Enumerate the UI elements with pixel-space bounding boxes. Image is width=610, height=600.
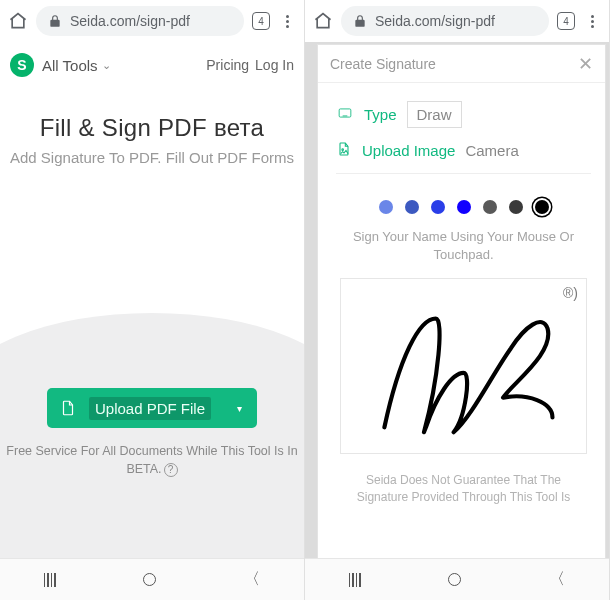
url-text: Seida.com/sign-pdf [70,13,190,29]
url-bar[interactable]: Seida.com/sign-pdf [36,6,244,36]
nav-back-icon[interactable]: 〈 [549,569,565,590]
overflow-menu-icon[interactable] [583,15,601,28]
signature-instruction: Sign Your Name Using Your Mouse Or Touch… [336,228,591,264]
svg-point-1 [342,149,344,151]
help-icon[interactable]: ? [164,463,178,477]
color-swatches [336,200,591,214]
login-link[interactable]: Log In [255,57,294,73]
chevron-down-icon: ⌄ [102,59,111,72]
color-swatch[interactable] [483,200,497,214]
page-title: Fill & Sign PDF вета [4,114,300,142]
upload-image-link[interactable]: Upload Image [362,142,455,159]
android-nav-bar: 〈 [0,558,304,600]
browser-home-icon[interactable] [8,11,28,31]
camera-link[interactable]: Camera [465,142,518,159]
upload-pdf-button[interactable]: Upload PDF File ▾ [47,388,257,428]
page-subtitle: Add Signature To PDF. Fill Out PDF Forms [4,148,300,168]
signature-stroke [341,279,586,453]
browser-home-icon[interactable] [313,11,333,31]
signature-upload-row: Upload Image Camera [336,140,591,174]
nav-home-icon[interactable] [143,573,156,586]
signature-canvas[interactable]: ®) [340,278,587,454]
tab-count-icon[interactable]: 4 [252,12,270,30]
beta-note: Free Service For All Documents While Thi… [0,443,304,478]
left-content: Fill & Sign PDF вета Add Signature To PD… [0,88,304,600]
color-swatch[interactable] [535,200,549,214]
url-text: Seida.com/sign-pdf [375,13,495,29]
tab-draw[interactable]: Draw [407,101,462,128]
registered-mark: ®) [563,285,578,301]
android-nav-bar: 〈 [305,558,609,600]
pricing-link[interactable]: Pricing [206,57,249,73]
color-swatch[interactable] [457,200,471,214]
color-swatch[interactable] [509,200,523,214]
nav-home-icon[interactable] [448,573,461,586]
right-pane: Seida.com/sign-pdf 4 Create Signature ✕ … [305,0,610,600]
browser-chrome: Seida.com/sign-pdf 4 [0,0,304,42]
modal-header: Create Signature ✕ [318,45,605,83]
nav-recents-icon[interactable] [349,573,361,587]
color-swatch[interactable] [431,200,445,214]
tab-count-icon[interactable]: 4 [557,12,575,30]
caret-down-icon[interactable]: ▾ [221,403,257,414]
modal-title: Create Signature [330,56,436,72]
image-file-icon [336,140,352,161]
all-tools-menu[interactable]: All Tools ⌄ [42,57,111,74]
nav-back-icon[interactable]: 〈 [244,569,260,590]
left-pane: Seida.com/sign-pdf 4 S All Tools ⌄ Prici… [0,0,305,600]
app-logo[interactable]: S [10,53,34,77]
browser-chrome: Seida.com/sign-pdf 4 [305,0,609,42]
tab-type[interactable]: Type [364,106,397,123]
keyboard-icon [336,106,354,123]
close-icon[interactable]: ✕ [578,53,593,75]
app-header: S All Tools ⌄ Pricing Log In [0,42,304,88]
color-swatch[interactable] [379,200,393,214]
file-icon [47,399,89,417]
signature-disclaimer: Seida Does Not Guarantee That The Signat… [336,472,591,506]
lock-icon [353,14,367,28]
nav-recents-icon[interactable] [44,573,56,587]
overflow-menu-icon[interactable] [278,15,296,28]
signature-mode-tabs: Type Draw [336,101,591,128]
upload-pdf-label: Upload PDF File [89,397,211,420]
create-signature-modal: Create Signature ✕ Type Draw Upload Imag… [317,44,606,560]
lock-icon [48,14,62,28]
url-bar[interactable]: Seida.com/sign-pdf [341,6,549,36]
color-swatch[interactable] [405,200,419,214]
